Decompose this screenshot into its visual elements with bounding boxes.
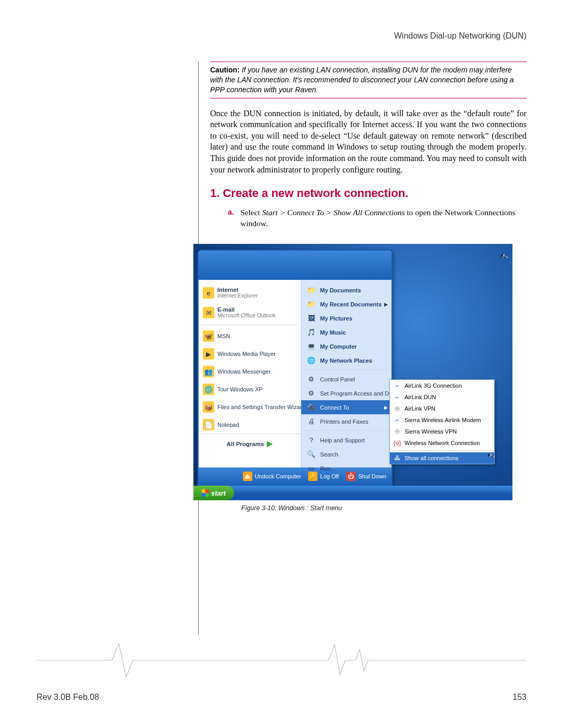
step-a-path: Start > Connect To > Show All Connection… <box>262 208 405 217</box>
connection-item[interactable]: ⌐AirLink DUN <box>390 391 494 403</box>
all-programs-button[interactable]: All Programs▶ <box>199 434 301 453</box>
start-menu-app-item[interactable]: 🦋MSN <box>199 327 301 345</box>
shutdown-button[interactable]: ⏻ Shut Down <box>346 472 386 481</box>
windows-flag-icon <box>202 489 209 497</box>
start-menu-right-item[interactable]: 🎵My Music <box>301 325 392 339</box>
logoff-button[interactable]: 🔑 Log Off <box>308 472 339 481</box>
folder-icon: 💻 <box>305 341 317 352</box>
app-icon: 📦 <box>203 401 214 413</box>
step-a-prefix: Select <box>240 208 262 217</box>
start-menu-right-item[interactable]: ⚙Set Program Access and Defaults <box>301 386 392 400</box>
folder-icon: 🖼 <box>305 313 317 324</box>
connection-icon: 🖧 <box>393 454 401 462</box>
connection-icon: (o) <box>393 439 401 447</box>
folder-icon: 🌐 <box>305 355 317 366</box>
connect-to-flyout[interactable]: ⌐AirLink 3G Connection⌐AirLink DUN⊖AirLi… <box>389 379 495 464</box>
connection-item[interactable]: 🖧Show all connections <box>390 452 494 464</box>
chevron-right-icon: ▶ <box>384 405 388 410</box>
start-menu-right-item[interactable]: 🖼My Pictures <box>301 311 392 325</box>
start-button[interactable]: start <box>193 486 234 500</box>
start-menu-app-item[interactable]: 📄Notepad <box>199 416 301 434</box>
start-menu-app-item[interactable]: 👥Windows Messenger <box>199 363 301 380</box>
start-menu-app-item[interactable]: ▶Windows Media Player <box>199 345 301 363</box>
folder-icon: ⚙ <box>305 374 317 385</box>
connection-icon: ⌐ <box>393 416 401 424</box>
start-button-label: start <box>211 489 226 497</box>
app-icon: 🦋 <box>203 330 214 342</box>
app-icon: 👥 <box>203 366 214 377</box>
section-heading: 1. Create a new network connection. <box>210 187 527 200</box>
start-menu-app-item[interactable]: 🌐Tour Windows XP <box>199 380 301 398</box>
step-a-letter: a. <box>228 207 240 229</box>
connection-icon: ⊖ <box>393 427 401 436</box>
connection-icon: ⌐ <box>393 393 401 401</box>
step-a: a. Select Start > Connect To > Show All … <box>228 207 527 229</box>
body-paragraph: Once the DUN connection is initiated, by… <box>210 108 527 176</box>
connection-item[interactable]: ⌐Sierra Wireless Airlink Modem <box>390 414 494 426</box>
start-menu-right-item[interactable]: 🔍Search <box>301 447 392 461</box>
start-menu-right-item[interactable]: 🔌Connect To▶ <box>301 400 392 414</box>
connection-icon: ⌐ <box>393 381 401 390</box>
start-menu-pinned-item[interactable]: ✉E-mailMicrosoft Office Outlook <box>199 303 301 323</box>
folder-icon: ⚙ <box>305 388 317 399</box>
start-menu-app-item[interactable]: 📦Files and Settings Transfer Wizard <box>199 398 301 416</box>
section-number: 1. <box>210 187 219 200</box>
chevron-right-icon: ▶ <box>267 439 273 448</box>
start-menu-right-item[interactable]: ?Help and Support <box>301 433 392 447</box>
shutdown-icon: ⏻ <box>346 472 356 481</box>
app-icon: 🌐 <box>203 384 214 395</box>
folder-icon: ? <box>305 435 317 446</box>
start-menu-right-item[interactable]: 🖨Printers and Faxes <box>301 414 392 428</box>
start-menu-right-item[interactable]: 📁My Documents <box>301 283 392 297</box>
connection-item[interactable]: ⊖Sierra Wireless VPN <box>390 426 494 437</box>
taskbar[interactable] <box>193 486 512 500</box>
connection-item[interactable]: ⌐AirLink 3G Connection <box>390 380 494 391</box>
caution-body: If you have an existing LAN connection, … <box>210 66 513 94</box>
app-icon: ✉ <box>203 307 214 318</box>
app-icon: ▶ <box>203 348 214 360</box>
folder-icon: 🎵 <box>305 327 317 338</box>
start-menu-right-item[interactable]: ⚙Control Panel <box>301 372 392 386</box>
footer-revision: Rev 3.0B Feb.08 <box>36 693 99 702</box>
chevron-right-icon: ▶ <box>384 302 388 307</box>
connection-item[interactable]: (o)Wireless Network Connection <box>390 437 494 449</box>
caution-box: Caution: If you have an existing LAN con… <box>210 61 527 98</box>
start-menu-right-item[interactable]: 💻My Computer <box>301 339 392 353</box>
start-menu-right-item[interactable]: 🌐My Network Places <box>301 353 392 367</box>
folder-icon: 🖨 <box>305 416 317 427</box>
start-menu-header <box>199 251 391 280</box>
start-menu-pinned-item[interactable]: eInternetInternet Explorer <box>199 283 301 303</box>
connection-item[interactable]: ⊖AirLink VPN <box>390 403 494 414</box>
shutdown-label: Shut Down <box>358 473 386 479</box>
logoff-label: Log Off <box>320 473 339 479</box>
undock-button[interactable]: ⏏ Undock Computer <box>243 472 301 481</box>
folder-icon: 📁 <box>305 285 317 296</box>
start-menu-left-pane: eInternetInternet Explorer✉E-mailMicroso… <box>199 280 301 467</box>
undock-label: Undock Computer <box>255 473 301 479</box>
figure-caption: Figure 3-10: Windows : Start menu <box>241 504 527 512</box>
start-menu[interactable]: eInternetInternet Explorer✉E-mailMicroso… <box>198 250 393 486</box>
page-header-title: Windows Dial-up Networking (DUN) <box>36 31 527 41</box>
caution-label: Caution: <box>210 66 240 74</box>
figure-screenshot: ↖ eInternetInternet Explorer✉E-mailMicro… <box>193 244 512 500</box>
folder-icon: 📁 <box>305 299 317 310</box>
start-menu-right-item[interactable]: 📁My Recent Documents▶ <box>301 297 392 311</box>
logoff-icon: 🔑 <box>308 472 317 481</box>
step-a-text: Select Start > Connect To > Show All Con… <box>240 207 527 229</box>
start-menu-right-pane: 📁My Documents📁My Recent Documents▶🖼My Pi… <box>301 280 392 467</box>
folder-icon: 🔌 <box>305 402 317 413</box>
app-icon: 📄 <box>203 419 214 430</box>
footer-waveform-graphic <box>36 639 527 681</box>
undock-icon: ⏏ <box>243 472 252 481</box>
folder-icon: 🔍 <box>305 449 317 460</box>
left-margin-column <box>36 61 199 635</box>
section-title: Create a new network connection. <box>223 187 408 200</box>
footer-page-number: 153 <box>512 693 527 702</box>
app-icon: e <box>203 287 214 299</box>
connection-icon: ⊖ <box>393 404 401 413</box>
